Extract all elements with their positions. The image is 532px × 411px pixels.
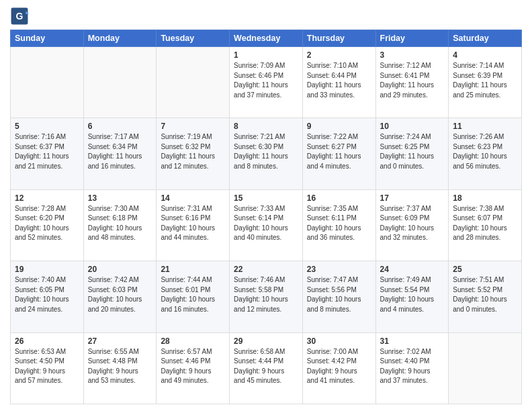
- calendar-cell: 4Sunrise: 7:14 AM Sunset: 6:39 PM Daylig…: [449, 47, 522, 118]
- day-info: Sunrise: 7:17 AM Sunset: 6:34 PM Dayligh…: [88, 132, 152, 171]
- weekday-header-sunday: Sunday: [11, 30, 84, 47]
- day-number: 7: [161, 122, 225, 131]
- day-number: 14: [161, 193, 225, 203]
- calendar-cell: 3Sunrise: 7:12 AM Sunset: 6:41 PM Daylig…: [375, 47, 449, 118]
- day-info: Sunrise: 7:37 AM Sunset: 6:09 PM Dayligh…: [380, 204, 445, 243]
- week-row-4: 26Sunrise: 6:53 AM Sunset: 4:50 PM Dayli…: [11, 332, 522, 404]
- calendar-cell: 5Sunrise: 7:16 AM Sunset: 6:37 PM Daylig…: [11, 118, 84, 189]
- week-row-0: 1Sunrise: 7:09 AM Sunset: 6:46 PM Daylig…: [11, 47, 522, 118]
- day-number: 31: [380, 336, 445, 346]
- calendar-body: 1Sunrise: 7:09 AM Sunset: 6:46 PM Daylig…: [11, 47, 522, 404]
- calendar-cell: 28Sunrise: 6:57 AM Sunset: 4:46 PM Dayli…: [157, 332, 230, 404]
- calendar-cell: 19Sunrise: 7:40 AM Sunset: 6:05 PM Dayli…: [11, 261, 84, 332]
- logo-icon: G: [10, 7, 29, 26]
- day-info: Sunrise: 7:09 AM Sunset: 6:46 PM Dayligh…: [234, 61, 298, 100]
- day-number: 13: [88, 193, 152, 203]
- day-number: 6: [88, 122, 152, 131]
- calendar-cell: 11Sunrise: 7:26 AM Sunset: 6:23 PM Dayli…: [449, 118, 522, 189]
- weekday-row: SundayMondayTuesdayWednesdayThursdayFrid…: [11, 30, 522, 47]
- day-info: Sunrise: 7:44 AM Sunset: 6:01 PM Dayligh…: [161, 275, 225, 314]
- day-info: Sunrise: 7:28 AM Sunset: 6:20 PM Dayligh…: [15, 204, 79, 243]
- day-info: Sunrise: 7:30 AM Sunset: 6:18 PM Dayligh…: [88, 204, 152, 243]
- logo: G: [10, 7, 31, 26]
- day-info: Sunrise: 7:12 AM Sunset: 6:41 PM Dayligh…: [380, 61, 445, 100]
- calendar-header: SundayMondayTuesdayWednesdayThursdayFrid…: [11, 30, 522, 47]
- day-number: 28: [161, 336, 225, 346]
- calendar-cell: 24Sunrise: 7:49 AM Sunset: 5:54 PM Dayli…: [375, 261, 449, 332]
- day-number: 8: [234, 122, 298, 131]
- day-info: Sunrise: 7:47 AM Sunset: 5:56 PM Dayligh…: [307, 275, 371, 314]
- week-row-1: 5Sunrise: 7:16 AM Sunset: 6:37 PM Daylig…: [11, 118, 522, 189]
- day-info: Sunrise: 6:58 AM Sunset: 4:44 PM Dayligh…: [234, 347, 298, 386]
- calendar-cell: [11, 47, 84, 118]
- weekday-header-monday: Monday: [83, 30, 157, 47]
- day-info: Sunrise: 7:33 AM Sunset: 6:14 PM Dayligh…: [234, 204, 298, 243]
- day-info: Sunrise: 7:10 AM Sunset: 6:44 PM Dayligh…: [307, 61, 371, 100]
- day-number: 27: [88, 336, 152, 346]
- day-info: Sunrise: 7:21 AM Sunset: 6:30 PM Dayligh…: [234, 132, 298, 171]
- day-info: Sunrise: 7:31 AM Sunset: 6:16 PM Dayligh…: [161, 204, 225, 243]
- calendar-cell: 15Sunrise: 7:33 AM Sunset: 6:14 PM Dayli…: [230, 189, 303, 261]
- day-number: 29: [234, 336, 298, 346]
- day-number: 30: [307, 336, 371, 346]
- day-number: 26: [15, 336, 79, 346]
- weekday-header-friday: Friday: [375, 30, 449, 47]
- calendar-cell: 16Sunrise: 7:35 AM Sunset: 6:11 PM Dayli…: [302, 189, 375, 261]
- week-row-3: 19Sunrise: 7:40 AM Sunset: 6:05 PM Dayli…: [11, 261, 522, 332]
- day-info: Sunrise: 7:38 AM Sunset: 6:07 PM Dayligh…: [453, 204, 517, 243]
- day-number: 21: [161, 265, 225, 274]
- day-info: Sunrise: 7:35 AM Sunset: 6:11 PM Dayligh…: [307, 204, 371, 243]
- calendar-cell: 18Sunrise: 7:38 AM Sunset: 6:07 PM Dayli…: [449, 189, 522, 261]
- day-number: 18: [453, 193, 517, 203]
- calendar-cell: 9Sunrise: 7:22 AM Sunset: 6:27 PM Daylig…: [302, 118, 375, 189]
- day-info: Sunrise: 6:57 AM Sunset: 4:46 PM Dayligh…: [161, 347, 225, 386]
- calendar-cell: 22Sunrise: 7:46 AM Sunset: 5:58 PM Dayli…: [230, 261, 303, 332]
- calendar-cell: 30Sunrise: 7:00 AM Sunset: 4:42 PM Dayli…: [302, 332, 375, 404]
- day-number: 17: [380, 193, 445, 203]
- day-info: Sunrise: 7:49 AM Sunset: 5:54 PM Dayligh…: [380, 275, 445, 314]
- day-number: 5: [15, 122, 79, 131]
- day-info: Sunrise: 7:02 AM Sunset: 4:40 PM Dayligh…: [380, 347, 445, 386]
- calendar-cell: 27Sunrise: 6:55 AM Sunset: 4:48 PM Dayli…: [83, 332, 157, 404]
- calendar-cell: 23Sunrise: 7:47 AM Sunset: 5:56 PM Dayli…: [302, 261, 375, 332]
- day-info: Sunrise: 6:53 AM Sunset: 4:50 PM Dayligh…: [15, 347, 79, 386]
- day-number: 19: [15, 265, 79, 274]
- calendar-cell: 29Sunrise: 6:58 AM Sunset: 4:44 PM Dayli…: [230, 332, 303, 404]
- day-number: 16: [307, 193, 371, 203]
- week-row-2: 12Sunrise: 7:28 AM Sunset: 6:20 PM Dayli…: [11, 189, 522, 261]
- day-info: Sunrise: 7:40 AM Sunset: 6:05 PM Dayligh…: [15, 275, 79, 314]
- day-number: 4: [453, 50, 517, 60]
- day-number: 11: [453, 122, 517, 131]
- day-number: 1: [234, 50, 298, 60]
- calendar-cell: 1Sunrise: 7:09 AM Sunset: 6:46 PM Daylig…: [230, 47, 303, 118]
- weekday-header-tuesday: Tuesday: [157, 30, 230, 47]
- day-info: Sunrise: 7:42 AM Sunset: 6:03 PM Dayligh…: [88, 275, 152, 314]
- calendar-cell: [449, 332, 522, 404]
- calendar-table: SundayMondayTuesdayWednesdayThursdayFrid…: [10, 30, 522, 404]
- day-number: 25: [453, 265, 517, 274]
- day-info: Sunrise: 7:14 AM Sunset: 6:39 PM Dayligh…: [453, 61, 517, 100]
- calendar-cell: 25Sunrise: 7:51 AM Sunset: 5:52 PM Dayli…: [449, 261, 522, 332]
- weekday-header-saturday: Saturday: [449, 30, 522, 47]
- day-info: Sunrise: 6:55 AM Sunset: 4:48 PM Dayligh…: [88, 347, 152, 386]
- day-number: 2: [307, 50, 371, 60]
- day-number: 23: [307, 265, 371, 274]
- day-info: Sunrise: 7:16 AM Sunset: 6:37 PM Dayligh…: [15, 132, 79, 171]
- day-number: 15: [234, 193, 298, 203]
- calendar-cell: 6Sunrise: 7:17 AM Sunset: 6:34 PM Daylig…: [83, 118, 157, 189]
- day-info: Sunrise: 7:46 AM Sunset: 5:58 PM Dayligh…: [234, 275, 298, 314]
- day-number: 12: [15, 193, 79, 203]
- day-number: 9: [307, 122, 371, 131]
- calendar-cell: 26Sunrise: 6:53 AM Sunset: 4:50 PM Dayli…: [11, 332, 84, 404]
- calendar-cell: 12Sunrise: 7:28 AM Sunset: 6:20 PM Dayli…: [11, 189, 84, 261]
- weekday-header-thursday: Thursday: [302, 30, 375, 47]
- calendar-cell: 31Sunrise: 7:02 AM Sunset: 4:40 PM Dayli…: [375, 332, 449, 404]
- svg-text:G: G: [16, 11, 24, 21]
- day-info: Sunrise: 7:26 AM Sunset: 6:23 PM Dayligh…: [453, 132, 517, 171]
- calendar-cell: [83, 47, 157, 118]
- day-info: Sunrise: 7:22 AM Sunset: 6:27 PM Dayligh…: [307, 132, 371, 171]
- calendar-cell: 10Sunrise: 7:24 AM Sunset: 6:25 PM Dayli…: [375, 118, 449, 189]
- calendar-cell: 13Sunrise: 7:30 AM Sunset: 6:18 PM Dayli…: [83, 189, 157, 261]
- calendar-cell: [157, 47, 230, 118]
- calendar-cell: 2Sunrise: 7:10 AM Sunset: 6:44 PM Daylig…: [302, 47, 375, 118]
